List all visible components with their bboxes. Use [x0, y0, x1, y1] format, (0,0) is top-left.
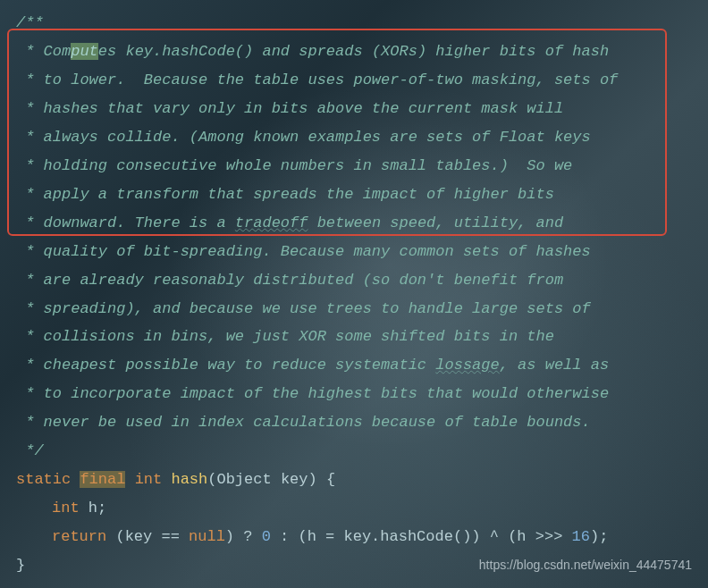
comment-line: * quality of bit-spreading. Because many…: [16, 238, 692, 266]
code-line: return (key == null) ? 0 : (h = key.hash…: [16, 523, 692, 551]
comment-text: * cheapest possible way to reduce system…: [16, 357, 435, 374]
type-object: Object: [216, 471, 271, 488]
paren: (: [453, 528, 462, 545]
keyword-final-highlight: final: [80, 471, 125, 488]
semi: ;: [599, 528, 608, 545]
brace: }: [16, 557, 25, 574]
type-int: int: [135, 471, 163, 488]
keyword-return: return: [52, 528, 106, 545]
operator-xor: ^: [490, 528, 499, 545]
number-literal: 16: [572, 528, 590, 545]
comment-line: * never be used in index calculations be…: [16, 408, 692, 437]
paren: (: [115, 528, 124, 545]
param-key: key: [281, 471, 308, 488]
paren: ): [590, 528, 599, 545]
comment-text: es key.hashCode() and spreads (XORs) hig…: [98, 43, 609, 60]
comment-text: * downward. There is a: [16, 214, 235, 231]
operator-assign: =: [325, 528, 334, 545]
dot: .: [371, 528, 380, 545]
paren: (: [298, 528, 307, 545]
paren: ): [308, 471, 317, 488]
semi: ;: [97, 500, 106, 517]
search-highlight: put: [71, 43, 98, 60]
var-key: key: [344, 528, 372, 545]
var-h: h: [88, 500, 97, 517]
operator-shift: >>>: [535, 528, 563, 545]
brace: {: [326, 471, 335, 488]
paren: ): [225, 528, 234, 545]
ternary-colon: :: [280, 528, 289, 545]
keyword-static: static: [16, 471, 71, 488]
paren: (: [207, 471, 216, 488]
comment-line: * holding consecutive whole numbers in s…: [16, 152, 692, 181]
var-h: h: [308, 528, 316, 545]
watermark: https://blog.csdn.net/weixin_44475741: [479, 558, 692, 572]
comment-text: , as well as: [500, 357, 609, 374]
method-name: hash: [171, 471, 207, 488]
code-line: static final int hash(Object key) {: [16, 466, 692, 494]
method-hashcode: hashCode: [380, 528, 453, 545]
comment-line: * spreading), and because we use trees t…: [16, 295, 692, 323]
comment-text: * Com: [16, 43, 71, 60]
comment-line: * are already reasonably distributed (so…: [16, 266, 692, 295]
code-line: int h;: [16, 494, 692, 523]
comment-line: * hashes that vary only in bits above th…: [16, 95, 692, 123]
code-block: /** * Computes key.hashCode() and spread…: [16, 9, 692, 580]
spell-warning: tradeoff: [235, 214, 308, 231]
comment-line: * to incorporate impact of the highest b…: [16, 380, 692, 408]
comment-line: * cheapest possible way to reduce system…: [16, 351, 692, 380]
spell-warning: lossage: [435, 357, 499, 374]
comment-line: * collisions in bins, we just XOR some s…: [16, 323, 692, 351]
comment-line: * to lower. Because the table uses power…: [16, 66, 692, 95]
paren: ): [462, 528, 471, 545]
ternary-q: ?: [243, 528, 252, 545]
var-key: key: [125, 528, 153, 545]
comment-line: * always collide. (Among known examples …: [16, 123, 692, 152]
var-h: h: [517, 528, 526, 545]
number-literal: 0: [262, 528, 271, 545]
comment-line: /**: [16, 9, 692, 38]
keyword-null: null: [189, 528, 225, 545]
paren: ): [471, 528, 480, 545]
comment-line: * downward. There is a tradeoff between …: [16, 209, 692, 238]
comment-line: */: [16, 437, 692, 466]
type-int: int: [52, 500, 80, 517]
paren: (: [508, 528, 517, 545]
operator-eq: ==: [161, 528, 179, 545]
comment-text: between speed, utility, and: [308, 214, 563, 231]
comment-line: * apply a transform that spreads the imp…: [16, 181, 692, 209]
comment-line: * Computes key.hashCode() and spreads (X…: [16, 38, 692, 66]
